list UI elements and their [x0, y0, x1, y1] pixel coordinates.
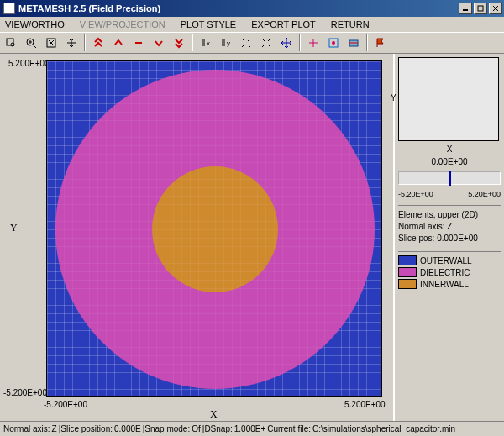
info-block: Elements, upper (2D) Normal axis: Z Slic…	[398, 205, 501, 244]
slider-min: -5.20E+00	[398, 190, 433, 198]
fit-contract-button[interactable]	[237, 34, 255, 52]
maximize-icon	[477, 5, 484, 12]
slider-max: 5.20E+00	[468, 190, 501, 198]
move-button[interactable]	[277, 34, 296, 52]
svg-text:x: x	[207, 39, 210, 47]
status-dsnap-value: 1.000E+	[234, 424, 266, 433]
slider-thumb-icon	[449, 171, 451, 186]
menu-view-projection[interactable]: VIEW/PROJECTION	[76, 18, 169, 30]
double-down-red-icon	[173, 37, 185, 49]
move-arrows-icon	[281, 37, 292, 49]
status-snap-label: |Snap mode:	[143, 424, 191, 433]
slider-range: -5.20E+00 5.20E+00	[398, 190, 501, 198]
pan-icon	[66, 37, 77, 49]
slice-slider[interactable]	[398, 171, 501, 185]
global-view-button[interactable]	[42, 34, 60, 52]
y-max-label: 5.200E+00	[8, 59, 50, 68]
legend-item-innerwall: INNERWALL	[398, 279, 501, 289]
fit-expand-button[interactable]	[257, 34, 276, 52]
menu-return[interactable]: RETURN	[328, 18, 373, 30]
legend-item-outerwall: OUTERWALL	[398, 255, 501, 265]
region-button[interactable]	[324, 34, 343, 52]
plot-viewport[interactable]	[46, 60, 382, 397]
mini-x-label: X	[398, 144, 501, 154]
mini-y-label: Y	[391, 93, 396, 102]
info-elements: Elements, upper (2D)	[398, 209, 501, 221]
minimize-button[interactable]	[459, 3, 472, 14]
status-file-label: Current file:	[267, 424, 311, 433]
down-red-icon	[153, 37, 165, 49]
status-file-value: C:\simulations\spherical_capacitor.min	[312, 424, 455, 433]
svg-line-7	[33, 45, 36, 48]
zoom-window-button[interactable]	[2, 34, 20, 52]
step-forward-button[interactable]	[150, 34, 168, 52]
swatch-dielectric	[398, 267, 417, 277]
info-normal-axis: Normal axis: Z	[398, 221, 501, 233]
y-min-label: -5.200E+00	[3, 388, 47, 397]
axis-y-button[interactable]: y	[217, 34, 235, 52]
flag-icon	[375, 37, 386, 49]
expand-icon	[45, 37, 57, 49]
svg-point-19	[332, 41, 335, 45]
legend-label: DIELECTRIC	[420, 268, 470, 277]
toolbar-separator	[299, 34, 301, 51]
dash-red-icon	[133, 37, 144, 49]
legend-label: OUTERWALL	[420, 256, 472, 265]
toolbar-separator	[366, 34, 368, 51]
plot-area: 5.200E+00 Y -5.200E+00 -5.200E+00 5.200E…	[0, 54, 393, 421]
toolbar-separator	[192, 34, 193, 51]
bracket-y-icon: y	[220, 37, 232, 49]
svg-text:y: y	[227, 39, 230, 47]
contract-icon	[240, 37, 252, 49]
titlebar: METAMESH 2.5 (Field Precision)	[0, 0, 504, 17]
menubar: VIEW/ORTHO VIEW/PROJECTION PLOT STYLE EX…	[0, 17, 504, 32]
status-dsnap-label: |DSnap:	[202, 424, 233, 433]
step-back-button[interactable]	[109, 34, 128, 52]
x-max-label: 5.200E+00	[344, 400, 386, 409]
cursor-mode-button[interactable]	[304, 34, 323, 52]
legend-label: INNERWALL	[420, 280, 469, 289]
bracket-x-icon: x	[200, 37, 212, 49]
region-icon	[328, 37, 339, 49]
pan-button[interactable]	[62, 34, 81, 52]
zoom-in-button[interactable]	[22, 34, 40, 52]
workspace: 5.200E+00 Y -5.200E+00 -5.200E+00 5.200E…	[0, 54, 504, 421]
mini-view[interactable]: Y	[398, 57, 499, 141]
slice-plane-button[interactable]	[344, 34, 363, 52]
maximize-button[interactable]	[474, 3, 487, 14]
statusbar: Normal axis: Z |Slice position: 0.000E |…	[0, 421, 504, 436]
close-icon	[492, 5, 499, 12]
jump-last-button[interactable]	[170, 34, 188, 52]
menu-view-ortho[interactable]: VIEW/ORTHO	[2, 18, 68, 30]
side-panel: Y X 0.00E+00 -5.20E+00 5.20E+00 Elements…	[393, 54, 504, 421]
status-normal-axis-label: Normal axis:	[3, 424, 50, 433]
swatch-innerwall	[398, 279, 417, 289]
zoom-window-icon	[5, 37, 17, 49]
toolbar: x y	[0, 32, 504, 54]
slice-plane-icon	[348, 37, 360, 49]
menu-plot-style[interactable]: PLOT STYLE	[177, 18, 239, 30]
status-normal-axis-value: Z	[52, 424, 57, 433]
up-red-icon	[113, 37, 124, 49]
expand-out-icon	[260, 37, 272, 49]
status-slice-pos-value: 0.000E	[114, 424, 141, 433]
status-snap-value: Of	[192, 424, 201, 433]
double-up-red-icon	[92, 37, 104, 49]
slice-normal-button[interactable]	[129, 34, 148, 52]
swatch-outerwall	[398, 255, 417, 265]
legend: OUTERWALL DIELECTRIC INNERWALL	[398, 251, 501, 291]
y-axis-label: Y	[10, 222, 18, 234]
plot-grid-overlay	[47, 61, 381, 396]
crosshair-plus-icon	[307, 37, 319, 49]
axis-x-button[interactable]: x	[197, 34, 215, 52]
toolbar-separator	[84, 34, 86, 51]
close-button[interactable]	[489, 3, 502, 14]
jump-first-button[interactable]	[89, 34, 108, 52]
window-buttons	[459, 3, 502, 14]
window-title: METAMESH 2.5 (Field Precision)	[18, 3, 459, 13]
info-button[interactable]	[371, 34, 390, 52]
menu-export-plot[interactable]: EXPORT PLOT	[248, 18, 319, 30]
svg-rect-1	[478, 6, 483, 11]
info-slice-pos: Slice pos: 0.000E+00	[398, 233, 501, 244]
minimize-icon	[462, 5, 469, 12]
